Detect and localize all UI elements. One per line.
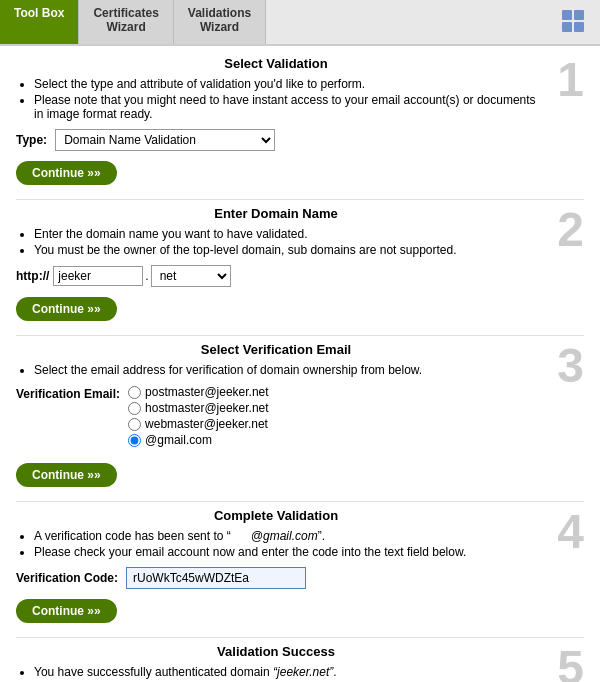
email-option-1-row: postmaster@jeeker.net [128,385,269,399]
section-5-title: Validation Success [16,644,536,659]
section-1-bullet-2: Please note that you might need to have … [34,93,536,121]
divider-3-4 [16,501,584,502]
section-2-bullet-1: Enter the domain name you want to have v… [34,227,536,241]
section-5-bullet-1: You have successfully authenticated doma… [34,665,536,679]
toolbar: Tool Box CertificatesWizard ValidationsW… [0,0,600,46]
section-2-body: Enter Domain Name Enter the domain name … [16,206,544,323]
verification-email-row: Verification Email: postmaster@jeeker.ne… [16,385,536,455]
section-3-body: Select Verification Email Select the ema… [16,342,544,489]
section-1-title: Select Validation [16,56,536,71]
main-content: Select Validation Select the type and at… [0,46,600,682]
section-5: Validation Success You have successfully… [16,644,584,682]
email-radio-1[interactable] [128,386,141,399]
section-1-bullets: Select the type and attribute of validat… [16,77,536,121]
section-2: Enter Domain Name Enter the domain name … [16,206,584,323]
section-1-body: Select Validation Select the type and at… [16,56,544,187]
email-option-3-label: webmaster@jeeker.net [145,417,268,431]
email-radio-4[interactable] [128,434,141,447]
app-icon-container [548,0,600,44]
http-prefix: http:// [16,269,49,283]
toolbox-tab[interactable]: Tool Box [0,0,79,44]
email-radio-2[interactable] [128,402,141,415]
section-1-bullet-1: Select the type and attribute of validat… [34,77,536,91]
section-4-body: Complete Validation A verification code … [16,508,544,625]
section-3-number: 3 [544,342,584,390]
section-4-bullet-2: Please check your email account now and … [34,545,536,559]
section-3-continue-wrapper: Continue »» [16,459,536,489]
email-radio-3[interactable] [128,418,141,431]
section-5-bullets: You have successfully authenticated doma… [16,665,536,682]
section-3-bullet-1: Select the email address for verificatio… [34,363,536,377]
validations-wizard-tab[interactable]: ValidationsWizard [174,0,266,44]
section-3-bullets: Select the email address for verificatio… [16,363,536,377]
section-4-continue-wrapper: Continue »» [16,595,536,625]
section-3-continue-button[interactable]: Continue »» [16,463,117,487]
section-2-bullet-2: You must be the owner of the top-level d… [34,243,536,257]
svg-rect-0 [562,10,572,20]
svg-rect-1 [574,10,584,20]
section-2-continue-button[interactable]: Continue »» [16,297,117,321]
section-5-number: 5 [544,644,584,682]
section-1-continue-button[interactable]: Continue »» [16,161,117,185]
verification-code-row: Verification Code: [16,567,536,589]
section-5-body: Validation Success You have successfully… [16,644,544,682]
type-label: Type: [16,133,47,147]
app-icon [560,8,588,36]
divider-4-5 [16,637,584,638]
domain-input[interactable] [53,266,143,286]
svg-rect-3 [574,22,584,32]
section-2-bullets: Enter the domain name you want to have v… [16,227,536,257]
email-radio-group: postmaster@jeeker.net hostmaster@jeeker.… [128,385,269,449]
section-1: Select Validation Select the type and at… [16,56,584,187]
section-4-bullets: A verification code has been sent to “ @… [16,529,536,559]
email-option-1-label: postmaster@jeeker.net [145,385,269,399]
section-2-title: Enter Domain Name [16,206,536,221]
section-3: Select Verification Email Select the ema… [16,342,584,489]
section-1-continue-wrapper: Continue »» [16,157,536,187]
section-4: Complete Validation A verification code … [16,508,584,625]
email-option-2-label: hostmaster@jeeker.net [145,401,269,415]
domain-row: http:// . net [16,265,536,287]
type-row: Type: Domain Name Validation [16,129,536,151]
email-option-4-label: @gmail.com [145,433,212,447]
certificates-wizard-tab[interactable]: CertificatesWizard [79,0,173,44]
divider-2-3 [16,335,584,336]
verification-code-input[interactable] [126,567,306,589]
email-option-3-row: webmaster@jeeker.net [128,417,269,431]
section-2-continue-wrapper: Continue »» [16,293,536,323]
verification-email-label: Verification Email: [16,385,120,401]
section-4-number: 4 [544,508,584,556]
section-2-number: 2 [544,206,584,254]
section-4-bullet-1: A verification code has been sent to “ @… [34,529,536,543]
section-4-title: Complete Validation [16,508,536,523]
section-1-number: 1 [544,56,584,104]
type-select[interactable]: Domain Name Validation [55,129,275,151]
divider-1-2 [16,199,584,200]
email-option-2-row: hostmaster@jeeker.net [128,401,269,415]
email-option-4-row: @gmail.com [128,433,269,447]
domain-dot: . [145,269,148,283]
section-4-continue-button[interactable]: Continue »» [16,599,117,623]
section-3-title: Select Verification Email [16,342,536,357]
svg-rect-2 [562,22,572,32]
tld-select[interactable]: net [151,265,231,287]
verification-code-label: Verification Code: [16,571,118,585]
